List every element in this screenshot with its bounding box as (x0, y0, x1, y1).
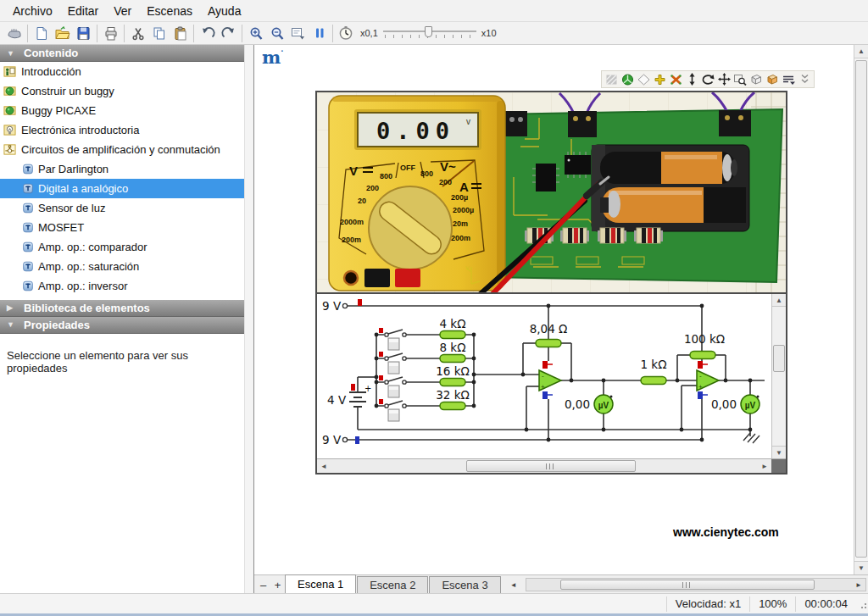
sidebar-item-circuitos-amplificacion[interactable]: Circuitos de amplificación y conmutación (0, 140, 244, 159)
open-folder-icon (54, 26, 70, 40)
zoom-in-button[interactable] (245, 24, 266, 43)
zoom-out-button[interactable] (266, 24, 287, 43)
sidebar-item-ampop-saturacion[interactable]: Amp. op.: saturación (0, 257, 244, 276)
lamp-icon (3, 124, 17, 136)
scroll-track[interactable] (331, 459, 758, 473)
resize-grip[interactable] (856, 594, 868, 613)
simulation-scene[interactable]: 0.00 v (315, 91, 787, 474)
multimeter-display: 0.00 (376, 118, 455, 144)
menu-escenas[interactable]: Escenas (139, 2, 200, 20)
section-header-contenido[interactable]: ▼ Contenido (0, 45, 244, 62)
scale-vertical-button[interactable] (684, 72, 699, 86)
menu-archivo[interactable]: Archivo (5, 2, 60, 20)
paste-button[interactable] (170, 24, 191, 43)
circuit-vertical-scrollbar[interactable]: ▲ ▼ (771, 294, 786, 458)
scroll-thumb[interactable] (855, 60, 867, 558)
svg-text:200m: 200m (342, 236, 361, 244)
sidebar-item-construir-buggy[interactable]: Construir un buggy (0, 81, 244, 101)
document-icon (22, 183, 34, 194)
menu-editar[interactable]: Editar (60, 2, 107, 20)
meter-1[interactable]: µV (594, 395, 613, 413)
fit-view-button[interactable] (287, 24, 309, 43)
section-header-propiedades[interactable]: ▼ Propiedades (0, 317, 244, 334)
document-icon (22, 241, 34, 253)
document-icon (22, 203, 34, 214)
zoom-region-button[interactable] (732, 72, 748, 86)
render-3d-button[interactable] (620, 72, 635, 86)
remove-scene-button[interactable]: – (257, 578, 270, 591)
tab-scroll-left-arrow[interactable]: ◄ (507, 578, 520, 591)
circuit-diagram[interactable]: -+ -+ (317, 294, 771, 458)
hand-tool-button[interactable] (3, 24, 25, 43)
undo-button[interactable] (197, 24, 218, 43)
display-options-button[interactable] (781, 72, 796, 86)
svg-text:200: 200 (366, 184, 379, 192)
battery-label: 4 V (327, 393, 347, 407)
feedback2-label: 100 kΩ (684, 332, 725, 346)
toolbar-overflow-button[interactable] (797, 72, 812, 86)
sidebar-item-mosfet[interactable]: MOSFET (0, 218, 244, 237)
scroll-down-arrow[interactable]: ▼ (772, 446, 786, 458)
open-folder-button[interactable] (52, 24, 73, 43)
save-button[interactable] (73, 24, 94, 43)
meter-2[interactable]: µV (741, 395, 760, 413)
pause-button[interactable] (309, 24, 330, 43)
circuit-horizontal-scrollbar[interactable]: ◄ ► (317, 458, 786, 473)
canvas-horizontal-scrollbar[interactable]: ► (526, 578, 866, 591)
sidebar-item-introduccion[interactable]: Introducción (0, 62, 244, 81)
redo-button[interactable] (218, 24, 239, 43)
section-title: Contenido (24, 47, 78, 59)
wireframe-button[interactable] (636, 72, 651, 86)
delete-part-button[interactable] (668, 72, 683, 86)
simulation-time-button[interactable] (336, 24, 357, 43)
scroll-right-arrow[interactable]: ► (758, 459, 771, 473)
3d-view[interactable]: 0.00 v (317, 92, 786, 292)
ic-chip (565, 155, 591, 175)
scroll-thumb[interactable] (466, 460, 636, 472)
scroll-up-arrow[interactable]: ▲ (854, 45, 868, 58)
buggy-icon (3, 104, 17, 117)
battery-4v[interactable] (349, 392, 366, 407)
canvas-vertical-scrollbar[interactable]: ▲ ▼ (854, 45, 868, 574)
view-cube-button[interactable] (748, 72, 764, 86)
new-document-button[interactable] (31, 24, 52, 43)
sidebar-item-sensor-de-luz[interactable]: Sensor de luz (0, 198, 244, 218)
print-button[interactable] (100, 24, 121, 43)
print-icon (103, 26, 119, 41)
scroll-up-arrow[interactable]: ▲ (772, 294, 786, 307)
document-canvas[interactable]: m· (254, 45, 854, 574)
supply-bottom-label: 9 V (322, 433, 342, 447)
opamp-2[interactable]: -+ (697, 370, 719, 391)
tab-escena-2[interactable]: Escena 2 (357, 576, 428, 593)
opamp-1[interactable]: -+ (539, 370, 561, 391)
dial-adc-label: A (459, 180, 469, 194)
speed-slider[interactable] (383, 26, 476, 40)
sidebar-item-digital-a-analogico[interactable]: Digital a analógico (0, 179, 244, 198)
cut-button[interactable] (127, 24, 148, 43)
scroll-thumb[interactable] (560, 580, 815, 590)
tab-escena-1[interactable]: Escena 1 (285, 574, 356, 593)
speed-slider-thumb[interactable] (425, 26, 432, 37)
scroll-left-arrow[interactable]: ◄ (317, 459, 331, 473)
sidebar-item-buggy-picaxe[interactable]: Buggy PICAXE (0, 101, 244, 120)
pan-view-button[interactable] (716, 72, 732, 86)
view-cube-shaded-button[interactable] (765, 72, 780, 86)
add-part-button[interactable] (652, 72, 667, 86)
sidebar-item-ampop-inversor[interactable]: Amp. op.: inversor (0, 276, 244, 296)
texture-mode-button[interactable] (604, 72, 619, 86)
section-header-biblioteca[interactable]: ▶ Biblioteca de elementos (0, 300, 244, 317)
scroll-right-arrow[interactable]: ► (853, 579, 865, 591)
rotate-view-button[interactable] (700, 72, 715, 86)
sidebar-item-electronica[interactable]: Electrónica introductoria (0, 120, 244, 140)
tab-escena-3[interactable]: Escena 3 (429, 576, 500, 593)
menu-ayuda[interactable]: Ayuda (200, 2, 248, 20)
scroll-down-arrow[interactable]: ▼ (854, 561, 868, 574)
menu-ver[interactable]: Ver (106, 2, 139, 20)
sidebar-item-ampop-comparador[interactable]: Amp. op.: comparador (0, 237, 244, 257)
add-scene-button[interactable]: + (271, 578, 284, 591)
scroll-thumb[interactable] (773, 345, 785, 372)
feedback-resistors[interactable] (536, 340, 715, 385)
sidebar-item-par-darlington[interactable]: Par Darlington (0, 159, 244, 179)
copy-button[interactable] (148, 24, 170, 43)
sidebar-scrollbar[interactable] (244, 45, 253, 593)
